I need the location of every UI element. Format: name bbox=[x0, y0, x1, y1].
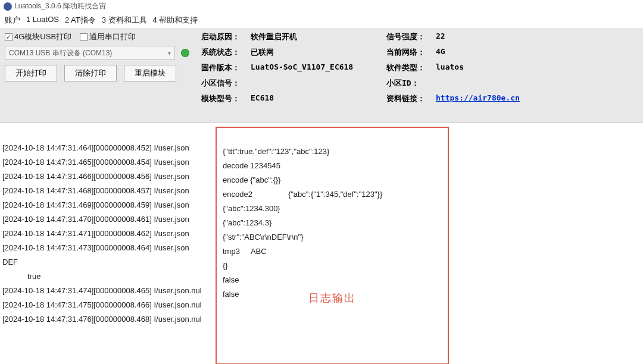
log-line: [2024-10-18 14:47:31.464][000000008.452]… bbox=[2, 141, 213, 155]
value-swtype: luatos bbox=[436, 62, 520, 73]
reboot-module-button[interactable]: 重启模块 bbox=[124, 65, 176, 81]
log-output-box: {"ttt":true,"def":"123","abc":123} decod… bbox=[216, 127, 449, 364]
log-out-line: {"abc":1234.3} bbox=[223, 216, 442, 230]
toolbar-left: ✓ 4G模块USB打印 通用串口打印 COM13 USB 串行设备 (COM13… bbox=[5, 32, 189, 104]
log-out-line: {"ttt":true,"def":"123","abc":123} bbox=[223, 145, 442, 159]
log-line: [2024-10-18 14:47:31.471][000000008.462]… bbox=[2, 227, 213, 241]
label-doclink: 资料链接： bbox=[386, 93, 431, 104]
log-out-line: false bbox=[223, 273, 442, 287]
menu-account[interactable]: 账户 bbox=[5, 15, 20, 26]
log-line: [2024-10-18 14:47:31.465][000000008.454]… bbox=[2, 155, 213, 170]
log-fragment: tmp3 bbox=[223, 247, 240, 256]
com-port-value: COM13 USB 串行设备 (COM13) bbox=[9, 48, 112, 58]
log-fragment: encode2 bbox=[223, 190, 252, 199]
menu-help[interactable]: 4 帮助和支持 bbox=[153, 15, 198, 26]
log-out-line: {} bbox=[223, 259, 442, 273]
clear-print-button[interactable]: 清除打印 bbox=[64, 65, 117, 81]
log-line: [2024-10-18 14:47:31.475][000000008.466]… bbox=[2, 298, 213, 312]
log-line: [2024-10-18 14:47:31.470][000000008.461]… bbox=[2, 212, 213, 227]
log-out-line: tmp3ABC bbox=[223, 244, 442, 259]
chevron-down-icon: ▾ bbox=[168, 50, 171, 57]
log-timestamps: [2024-10-18 14:47:31.464][000000008.452]… bbox=[2, 127, 213, 363]
log-line: [2024-10-18 14:47:31.466][000000008.456]… bbox=[2, 170, 213, 184]
log-out-line: encode {"abc":{}} bbox=[223, 173, 442, 187]
value-network: 4G bbox=[436, 47, 520, 58]
info-grid: 启动原因： 软件重启开机 信号强度： 22 系统状态： 已联网 当前网络： 4G… bbox=[201, 32, 520, 104]
toolbar: ✓ 4G模块USB打印 通用串口打印 COM13 USB 串行设备 (COM13… bbox=[0, 28, 643, 123]
value-sysstate: 已联网 bbox=[251, 47, 382, 58]
value-boot-reason: 软件重启开机 bbox=[251, 32, 382, 42]
log-line: [2024-10-18 14:47:31.476][000000008.468]… bbox=[2, 312, 213, 327]
log-out-line: {"abc":1234.300} bbox=[223, 202, 442, 216]
label-swtype: 软件类型： bbox=[386, 62, 431, 73]
menu-tools[interactable]: 3 资料和工具 bbox=[102, 15, 147, 26]
checkbox-unchecked-icon bbox=[80, 33, 88, 41]
chk-usb-label: 4G模块USB打印 bbox=[14, 32, 71, 42]
status-dot-icon bbox=[181, 49, 189, 57]
window-title: Luatools_3.0.6 降功耗找合宙 bbox=[14, 1, 106, 11]
chk-serial-label: 通用串口打印 bbox=[89, 32, 136, 42]
app-icon bbox=[4, 2, 12, 11]
value-cellsig bbox=[251, 78, 382, 89]
log-line: true bbox=[2, 269, 213, 284]
chk-usb-print[interactable]: ✓ 4G模块USB打印 bbox=[5, 32, 71, 42]
log-line: [2024-10-18 14:47:31.474][000000008.465]… bbox=[2, 284, 213, 298]
log-line: DEF bbox=[2, 255, 213, 269]
value-signal: 22 bbox=[436, 32, 520, 42]
label-cellid: 小区ID： bbox=[386, 78, 431, 89]
log-line: [2024-10-18 14:47:31.473][000000008.464]… bbox=[2, 241, 213, 255]
value-firmware: LuatOS-SoC_V1107_EC618 bbox=[251, 62, 382, 73]
log-fragment: ABC bbox=[251, 247, 267, 256]
doc-link[interactable]: https://air780e.cn bbox=[436, 93, 520, 102]
log-fragment: {"abc":{"1":345,"def":"123"}} bbox=[288, 190, 382, 199]
label-firmware: 固件版本： bbox=[201, 62, 246, 73]
label-cellsig: 小区信号： bbox=[201, 78, 246, 89]
menu-at[interactable]: 2 AT指令 bbox=[65, 15, 96, 26]
label-network: 当前网络： bbox=[386, 47, 431, 58]
log-out-line: encode2{"abc":{"1":345,"def":"123"}} bbox=[223, 187, 442, 202]
label-signal: 信号强度： bbox=[386, 32, 431, 42]
log-area: [2024-10-18 14:47:31.464][000000008.452]… bbox=[0, 123, 643, 364]
menu-luatos[interactable]: 1 LuatOS bbox=[26, 15, 59, 26]
log-output-label: 日志输出 bbox=[308, 291, 356, 305]
log-line: [2024-10-18 14:47:31.469][000000008.459]… bbox=[2, 198, 213, 212]
com-port-select[interactable]: COM13 USB 串行设备 (COM13) ▾ bbox=[5, 46, 175, 60]
label-boot-reason: 启动原因： bbox=[201, 32, 246, 42]
label-model: 模块型号： bbox=[201, 93, 246, 104]
log-out-line: decode 1234545 bbox=[223, 159, 442, 173]
log-out-line: {"str":"ABC\r\nDEF\r\n"} bbox=[223, 230, 442, 244]
menubar: 账户 1 LuatOS 2 AT指令 3 资料和工具 4 帮助和支持 bbox=[0, 12, 643, 28]
checkbox-checked-icon: ✓ bbox=[5, 33, 13, 41]
start-print-button[interactable]: 开始打印 bbox=[5, 65, 57, 81]
chk-serial-print[interactable]: 通用串口打印 bbox=[80, 32, 136, 42]
value-model: EC618 bbox=[251, 93, 382, 104]
value-cellid bbox=[436, 78, 520, 89]
label-sysstate: 系统状态： bbox=[201, 47, 246, 58]
log-line: [2024-10-18 14:47:31.468][000000008.457]… bbox=[2, 184, 213, 198]
titlebar: Luatools_3.0.6 降功耗找合宙 bbox=[0, 0, 643, 12]
